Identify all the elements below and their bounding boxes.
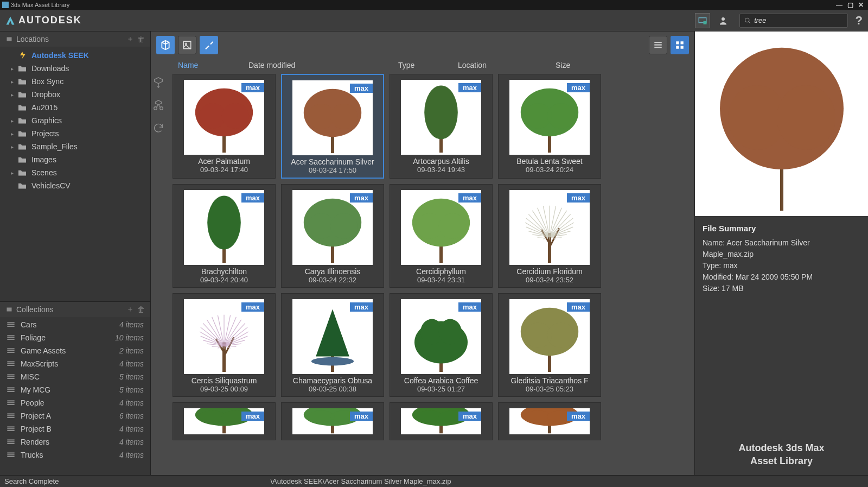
asset-card[interactable]: max <box>498 402 601 440</box>
location-item[interactable]: Images <box>0 153 150 166</box>
chevron-right-icon: ▸ <box>11 131 16 137</box>
svg-rect-46 <box>681 46 684 49</box>
svg-line-96 <box>550 214 571 237</box>
link-tool-icon[interactable] <box>151 98 166 113</box>
asset-card[interactable]: max <box>390 402 493 440</box>
asset-name: Betula Lenta Sweet <box>516 157 582 166</box>
help-icon[interactable]: ? <box>856 14 863 28</box>
svg-line-99 <box>224 332 248 346</box>
asset-card[interactable]: max Cercidiphyllum 09-03-24 23:31 <box>390 184 493 288</box>
location-item[interactable]: ▸ Scenes <box>0 166 150 179</box>
filter-3d-button[interactable] <box>156 36 175 54</box>
asset-grid: max Acer Palmatum 09-03-24 17:40 max Ace… <box>173 74 689 440</box>
collection-item[interactable]: Game Assets 2 items <box>0 344 150 357</box>
collection-count: 4 items <box>119 425 144 433</box>
close-button[interactable]: ✕ <box>856 1 866 9</box>
collection-item[interactable]: Project B 4 items <box>0 422 150 435</box>
asset-name: Acer Palmatum <box>198 157 250 166</box>
svg-rect-21 <box>7 389 14 390</box>
location-item[interactable]: ▸ Sample_Files <box>0 140 150 153</box>
collection-item[interactable]: My MCG 5 items <box>0 383 150 396</box>
user-account-icon[interactable] <box>716 13 731 28</box>
display-settings-icon[interactable] <box>695 13 710 28</box>
svg-point-64 <box>207 196 241 250</box>
asset-card[interactable]: max Acer Palmatum 09-03-24 17:40 <box>173 74 276 179</box>
filter-image-button[interactable] <box>178 36 196 54</box>
location-item[interactable]: ▸ Graphics <box>0 114 150 127</box>
location-item[interactable]: Autodesk SEEK <box>0 49 150 62</box>
filetype-badge: max <box>241 302 264 312</box>
location-item[interactable]: ▸ Box Sync <box>0 75 150 88</box>
folder-icon <box>17 143 27 150</box>
delete-location-button[interactable]: 🗑 <box>137 35 145 43</box>
footer-line2: Asset Library <box>703 455 860 467</box>
asset-date: 09-03-25 05:23 <box>526 385 573 393</box>
collection-item[interactable]: MaxScripts 4 items <box>0 357 150 370</box>
col-location[interactable]: Location <box>458 61 556 69</box>
refresh-tool-icon[interactable] <box>151 121 166 136</box>
locations-icon <box>5 36 13 42</box>
maximize-button[interactable]: ▢ <box>845 1 855 9</box>
col-type[interactable]: Type <box>398 61 458 69</box>
asset-card[interactable]: max Cercis Siliquastrum 09-03-25 00:09 <box>173 293 276 397</box>
content-area: Name Date modified Type Location Size <box>151 31 694 475</box>
search-box[interactable] <box>739 14 848 28</box>
asset-card[interactable]: max Chamaecyparis Obtusa 09-03-25 00:38 <box>281 293 384 397</box>
asset-card[interactable]: max Artocarpus Altilis 09-03-24 19:43 <box>390 74 493 179</box>
asset-card[interactable]: max <box>173 402 276 440</box>
filetype-badge: max <box>458 302 481 312</box>
add-collection-button[interactable]: ＋ <box>126 306 134 313</box>
collection-item[interactable]: MISC 5 items <box>0 370 150 383</box>
asset-card[interactable]: max Brachychilton 09-03-24 20:40 <box>173 184 276 288</box>
location-item[interactable]: ▸ Projects <box>0 127 150 140</box>
location-item[interactable]: ▸ Downloads <box>0 62 150 75</box>
collections-header[interactable]: Collections ＋ 🗑 <box>0 302 150 317</box>
summary-type-label: Type: <box>703 261 721 270</box>
svg-rect-11 <box>7 348 14 349</box>
asset-card[interactable]: max Acer Saccharinum Silver 09-03-24 17:… <box>281 74 384 179</box>
status-path: \Autodesk SEEK\Acer Saccharinum Silver M… <box>270 477 451 485</box>
col-name[interactable]: Name <box>178 61 248 69</box>
search-input[interactable] <box>754 16 843 24</box>
location-item[interactable]: ▸ Dropbox <box>0 88 150 101</box>
asset-card[interactable]: max Cercidium Floridum 09-03-24 23:52 <box>498 184 601 288</box>
asset-card[interactable]: max <box>281 402 384 440</box>
view-list-button[interactable] <box>649 36 667 54</box>
asset-card[interactable]: max Carya Illinoensis 09-03-24 22:32 <box>281 184 384 288</box>
location-item[interactable]: Au2015 <box>0 101 150 114</box>
collection-item[interactable]: Cars 4 items <box>0 318 150 331</box>
collection-item[interactable]: Foliage 10 items <box>0 331 150 344</box>
grid-side-tools <box>151 74 173 475</box>
filetype-badge: max <box>350 302 373 312</box>
collection-item[interactable]: People 4 items <box>0 396 150 409</box>
delete-collection-button[interactable]: 🗑 <box>137 306 145 313</box>
minimize-button[interactable]: — <box>834 1 844 9</box>
collection-icon <box>7 451 15 459</box>
svg-rect-41 <box>654 45 662 46</box>
asset-date: 09-03-24 23:52 <box>526 276 573 284</box>
asset-card[interactable]: max Betula Lenta Sweet 09-03-24 20:24 <box>498 74 601 179</box>
place-tool-icon[interactable] <box>151 75 166 90</box>
collection-icon <box>7 412 15 420</box>
filetype-badge: max <box>567 193 590 203</box>
asset-date: 09-03-25 01:27 <box>417 385 465 393</box>
add-location-button[interactable]: ＋ <box>126 35 134 43</box>
svg-rect-16 <box>7 365 14 366</box>
col-date[interactable]: Date modified <box>248 61 398 69</box>
locations-header[interactable]: Locations ＋ 🗑 <box>0 31 150 47</box>
collection-item[interactable]: Project A 6 items <box>0 409 150 422</box>
svg-point-3 <box>745 18 749 22</box>
filter-tools-button[interactable] <box>200 36 218 54</box>
svg-rect-6 <box>7 324 14 325</box>
collection-icon <box>7 321 15 328</box>
collection-count: 6 items <box>119 412 144 420</box>
asset-date: 09-03-25 00:38 <box>309 385 356 393</box>
asset-card[interactable]: max Coffea Arabica Coffee 09-03-25 01:27 <box>390 293 493 397</box>
location-item[interactable]: VehiclesCV <box>0 179 150 192</box>
collection-label: MISC <box>21 372 40 381</box>
asset-card[interactable]: max Gleditsia Triacanthos F 09-03-25 05:… <box>498 293 601 397</box>
collection-item[interactable]: Trucks 4 items <box>0 448 150 461</box>
col-size[interactable]: Size <box>556 61 599 69</box>
view-grid-button[interactable] <box>671 36 689 54</box>
collection-item[interactable]: Renders 4 items <box>0 435 150 448</box>
